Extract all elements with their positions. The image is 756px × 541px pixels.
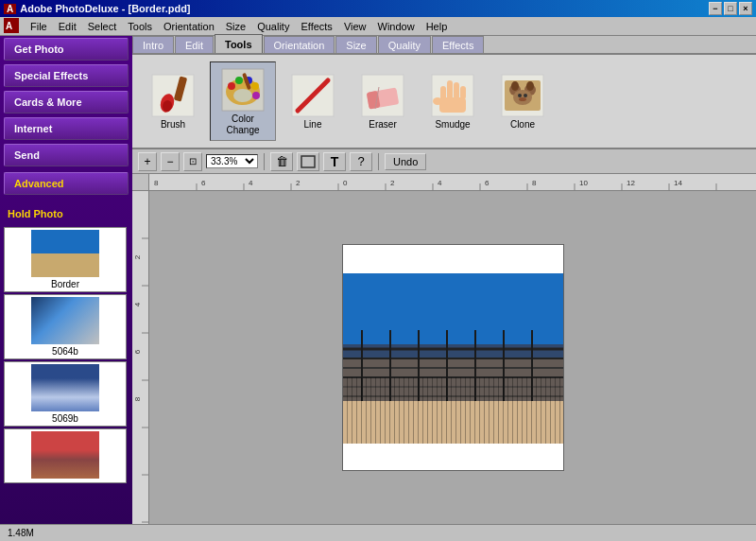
menu-edit[interactable]: Edit <box>53 19 82 34</box>
zoom-fit-button[interactable]: ⊡ <box>183 152 202 171</box>
photo-item-border[interactable]: Border <box>4 227 127 292</box>
menu-view[interactable]: View <box>338 19 372 34</box>
zoom-out-button[interactable]: − <box>161 152 180 171</box>
menu-quality[interactable]: Quality <box>251 19 295 34</box>
svg-rect-22 <box>447 80 453 99</box>
help-button[interactable]: ? <box>350 152 372 171</box>
menu-select[interactable]: Select <box>82 19 123 34</box>
text-button[interactable]: T <box>323 152 346 171</box>
svg-text:A: A <box>6 21 12 31</box>
svg-point-9 <box>228 82 235 90</box>
internet-button[interactable]: Internet <box>4 117 129 140</box>
tab-tools[interactable]: Tools <box>215 34 263 53</box>
tool-clone[interactable]: Clone <box>490 68 556 134</box>
svg-rect-26 <box>439 97 466 113</box>
svg-text:4: 4 <box>438 179 442 187</box>
tab-bar: Intro Edit Tools Orientation Size Qualit… <box>132 36 756 55</box>
title-bar: A Adobe PhotoDeluxe - [Border.pdd] − □ × <box>0 0 756 17</box>
tool-color-change[interactable]: ColorChange <box>210 61 276 141</box>
crop-button[interactable] <box>297 152 319 171</box>
menu-file[interactable]: File <box>25 19 53 34</box>
undo-button[interactable]: Undo <box>385 153 426 170</box>
advanced-button[interactable]: Advanced <box>4 172 129 195</box>
svg-text:6: 6 <box>201 179 206 187</box>
minimize-button[interactable]: − <box>709 2 722 15</box>
tool-eraser[interactable]: Eraser <box>350 68 416 134</box>
canvas-area[interactable] <box>149 191 756 524</box>
delete-button[interactable]: 🗑 <box>270 152 293 171</box>
photo-item-4[interactable] <box>4 428 127 483</box>
zoom-select[interactable]: 33.3% 50% 100% <box>206 154 258 168</box>
brush-label: Brush <box>161 119 185 131</box>
tab-edit[interactable]: Edit <box>175 36 214 53</box>
tab-size[interactable]: Size <box>335 36 376 53</box>
maximize-button[interactable]: □ <box>724 2 737 15</box>
svg-rect-38 <box>301 156 315 167</box>
brush-icon <box>149 72 197 119</box>
svg-rect-66 <box>132 191 149 524</box>
special-effects-button[interactable]: Special Effects <box>4 64 129 87</box>
color-change-icon <box>219 66 266 113</box>
ruler-vertical: 2 4 6 8 <box>132 191 149 524</box>
tool-smudge[interactable]: Smudge <box>420 68 486 134</box>
svg-point-8 <box>233 89 252 102</box>
svg-text:2: 2 <box>133 254 142 259</box>
clone-icon <box>499 72 546 119</box>
svg-rect-39 <box>149 174 756 191</box>
svg-point-35 <box>518 94 522 97</box>
svg-text:6: 6 <box>485 179 490 187</box>
zoom-in-button[interactable]: + <box>138 152 157 171</box>
tools-toolbar: Brush ColorChange <box>132 55 756 149</box>
svg-point-36 <box>524 94 527 97</box>
svg-rect-81 <box>343 344 563 401</box>
divider-1 <box>264 153 265 170</box>
send-button[interactable]: Send <box>4 144 129 166</box>
smudge-icon <box>429 72 476 119</box>
svg-point-27 <box>433 97 442 105</box>
eraser-icon <box>359 72 406 119</box>
tool-line[interactable]: Line <box>280 68 346 134</box>
close-button[interactable]: × <box>739 2 752 15</box>
svg-text:14: 14 <box>674 179 682 187</box>
svg-point-13 <box>252 92 260 99</box>
menu-bar: A File Edit Select Tools Orientation Siz… <box>0 17 756 36</box>
photo-list: Border 5064b 5069b <box>4 225 129 541</box>
svg-text:4: 4 <box>133 302 142 306</box>
photo-thumb-5069b <box>31 364 99 411</box>
photo-item-5069b[interactable]: 5069b <box>4 361 127 427</box>
file-size: 1.48M <box>8 528 34 538</box>
svg-text:8: 8 <box>532 179 537 187</box>
menu-help[interactable]: Help <box>421 19 454 34</box>
svg-text:8: 8 <box>133 396 142 401</box>
ruler-corner <box>132 174 149 191</box>
photo-scroll[interactable]: Border 5064b 5069b <box>4 225 129 541</box>
photo-label-border: Border <box>7 279 124 289</box>
photo-white-top <box>343 245 563 273</box>
svg-rect-25 <box>460 86 466 99</box>
svg-rect-95 <box>343 401 563 444</box>
svg-rect-2 <box>152 75 194 116</box>
photo-item-5064b[interactable]: 5064b <box>4 294 127 359</box>
svg-point-32 <box>511 81 519 91</box>
ruler-horizontal: 8 6 4 2 0 2 4 6 8 10 12 14 <box>149 174 756 191</box>
tool-brush[interactable]: Brush <box>140 68 206 134</box>
get-photo-button[interactable]: Get Photo <box>4 38 129 61</box>
menu-window[interactable]: Window <box>372 19 421 34</box>
photo-thumb-5064b <box>31 297 99 344</box>
tab-intro[interactable]: Intro <box>132 36 174 53</box>
tab-orientation[interactable]: Orientation <box>264 36 335 53</box>
title-controls[interactable]: − □ × <box>709 2 752 15</box>
photo-canvas <box>342 244 564 471</box>
tab-quality[interactable]: Quality <box>378 36 431 53</box>
app-icon: A <box>4 4 16 14</box>
cards-more-button[interactable]: Cards & More <box>4 91 129 113</box>
clone-label: Clone <box>510 119 535 131</box>
menu-orientation[interactable]: Orientation <box>158 19 220 34</box>
menu-size[interactable]: Size <box>220 19 251 34</box>
menu-effects[interactable]: Effects <box>295 19 337 34</box>
menu-tools[interactable]: Tools <box>122 19 158 34</box>
svg-text:10: 10 <box>579 179 588 187</box>
zoom-bar: + − ⊡ 33.3% 50% 100% 🗑 T ? Undo <box>132 149 756 174</box>
tab-effects[interactable]: Effects <box>432 36 484 53</box>
photo-white-bottom <box>343 444 563 471</box>
